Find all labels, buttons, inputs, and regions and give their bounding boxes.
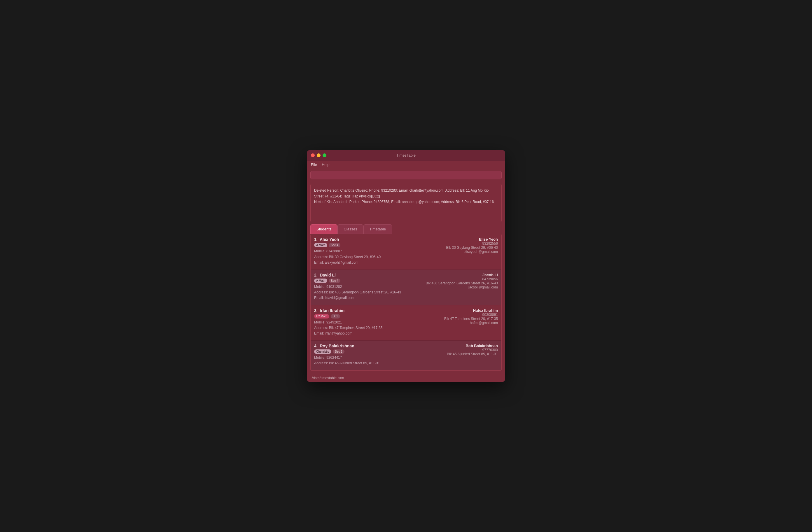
tab-classes[interactable]: Classes	[337, 224, 363, 234]
student-header: 1. Alex Yeoh A Math Sec 4 Mobile: 874388…	[314, 237, 498, 265]
student-nok: Hafez Ibrahim 90308891 Blk 47 Tampines S…	[444, 308, 498, 325]
search-input[interactable]	[310, 171, 502, 179]
tag-jc: JC1	[331, 314, 340, 318]
student-row[interactable]: 2. David Li A Math Sec 4 Mobile: 9103128…	[310, 270, 502, 305]
student-tags: A Math Sec 4	[314, 278, 426, 283]
nok-email: jacobli@gmail.com	[426, 285, 498, 289]
menubar: File Help	[307, 161, 505, 169]
student-tags: Chemistry Sec 3	[314, 349, 447, 354]
student-address: Address: Blk 47 Tampines Street 20, #17-…	[314, 325, 444, 331]
student-header: 2. David Li A Math Sec 4 Mobile: 9103128…	[314, 273, 498, 301]
student-row[interactable]: 4. Roy Balakrishnan Chemistry Sec 3 Mobi…	[310, 341, 502, 370]
nok-address: Blk 45 Aljunied Street 85, #11-31	[447, 352, 498, 356]
student-nok: Jacob Li 84739056 Blk 436 Serangoon Gard…	[426, 273, 498, 289]
message-content: Deleted Person: Charlotte Oliveiro; Phon…	[314, 188, 494, 204]
nok-phone: 90308891	[444, 313, 498, 317]
message-text: Deleted Person: Charlotte Oliveiro; Phon…	[314, 188, 498, 205]
tag-amath: A Math	[314, 278, 327, 283]
message-area: Deleted Person: Charlotte Oliveiro; Phon…	[310, 184, 502, 222]
menu-file[interactable]: File	[311, 162, 317, 167]
nok-name: Jacob Li	[426, 273, 498, 277]
tab-timetable[interactable]: Timetable	[363, 224, 392, 234]
minimize-button[interactable]	[317, 154, 321, 157]
nok-phone: 93292556	[446, 242, 498, 246]
nok-address: Blk 30 Geylang Street 29, #06-40	[446, 246, 498, 250]
student-address: Address: Blk 30 Geylang Street 29, #06-4…	[314, 254, 446, 260]
student-list-wrapper: 1. Alex Yeoh A Math Sec 4 Mobile: 874388…	[307, 234, 505, 370]
tab-bar: Students Classes Timetable	[307, 224, 505, 234]
student-mobile: Mobile: 92624417	[314, 355, 447, 360]
student-name: 3. Irfan Ibrahim	[314, 308, 444, 313]
nok-email: hafez@gmail.com	[444, 321, 498, 325]
nok-address: Blk 47 Tampines Street 20, #17-35	[444, 317, 498, 321]
titlebar: TimesTable	[307, 150, 505, 161]
student-left: 3. Irfan Ibrahim H2 Math JC1 Mobile: 924…	[314, 308, 444, 336]
search-area	[307, 169, 505, 182]
tag-sec: Sec 4	[329, 243, 340, 247]
student-mobile: Mobile: 92492021	[314, 320, 444, 325]
window-title: TimesTable	[396, 153, 416, 158]
statusbar-text: ./data/timestable.json	[311, 376, 344, 380]
nok-name: Bob Balakrishnan	[447, 344, 498, 348]
student-name: 1. Alex Yeoh	[314, 237, 446, 242]
nok-name: Hafez Ibrahim	[444, 308, 498, 313]
tag-sec: Sec 4	[329, 278, 340, 283]
student-address: Address: Blk 436 Serangoon Gardens Stree…	[314, 290, 426, 295]
student-email: Email: lidavid@gmail.com	[314, 295, 426, 301]
close-button[interactable]	[311, 154, 315, 157]
student-row[interactable]: 1. Alex Yeoh A Math Sec 4 Mobile: 874388…	[310, 234, 502, 270]
student-address: Address: Blk 45 Aljunied Street 85, #11-…	[314, 360, 447, 366]
nok-phone: 97776300	[447, 348, 498, 352]
statusbar: ./data/timestable.json	[307, 373, 505, 382]
traffic-lights	[311, 154, 327, 157]
nok-name: Elise Yeoh	[446, 237, 498, 242]
student-row[interactable]: 3. Irfan Ibrahim H2 Math JC1 Mobile: 924…	[310, 305, 502, 341]
tag-chemistry: Chemistry	[314, 349, 331, 354]
student-left: 2. David Li A Math Sec 4 Mobile: 9103128…	[314, 273, 426, 301]
tag-h2math: H2 Math	[314, 314, 329, 318]
student-tags: A Math Sec 4	[314, 243, 446, 247]
tag-sec: Sec 3	[333, 349, 345, 354]
student-header: 4. Roy Balakrishnan Chemistry Sec 3 Mobi…	[314, 344, 498, 366]
nok-email: eliseyeoh@gmail.com	[446, 250, 498, 254]
student-mobile: Mobile: 87438807	[314, 248, 446, 254]
student-list: 1. Alex Yeoh A Math Sec 4 Mobile: 874388…	[310, 234, 502, 370]
tag-amath: A Math	[314, 243, 327, 247]
student-nok: Elise Yeoh 93292556 Blk 30 Geylang Stree…	[446, 237, 498, 254]
nok-address: Blk 436 Serangoon Gardens Street 26, #16…	[426, 281, 498, 285]
app-window: TimesTable File Help Deleted Person: Cha…	[307, 150, 505, 382]
student-header: 3. Irfan Ibrahim H2 Math JC1 Mobile: 924…	[314, 308, 498, 336]
maximize-button[interactable]	[323, 154, 327, 157]
student-left: 4. Roy Balakrishnan Chemistry Sec 3 Mobi…	[314, 344, 447, 366]
student-name: 2. David Li	[314, 273, 426, 277]
student-email: Email: irfan@yahoo.com	[314, 331, 444, 336]
student-tags: H2 Math JC1	[314, 314, 444, 318]
tab-students[interactable]: Students	[310, 224, 337, 234]
student-mobile: Mobile: 91031282	[314, 284, 426, 290]
student-email: Email: alexyeoh@gmail.com	[314, 260, 446, 265]
nok-phone: 84739056	[426, 277, 498, 281]
student-name: 4. Roy Balakrishnan	[314, 344, 447, 348]
menu-help[interactable]: Help	[322, 162, 330, 167]
student-nok: Bob Balakrishnan 97776300 Blk 45 Aljunie…	[447, 344, 498, 356]
student-left: 1. Alex Yeoh A Math Sec 4 Mobile: 874388…	[314, 237, 446, 265]
